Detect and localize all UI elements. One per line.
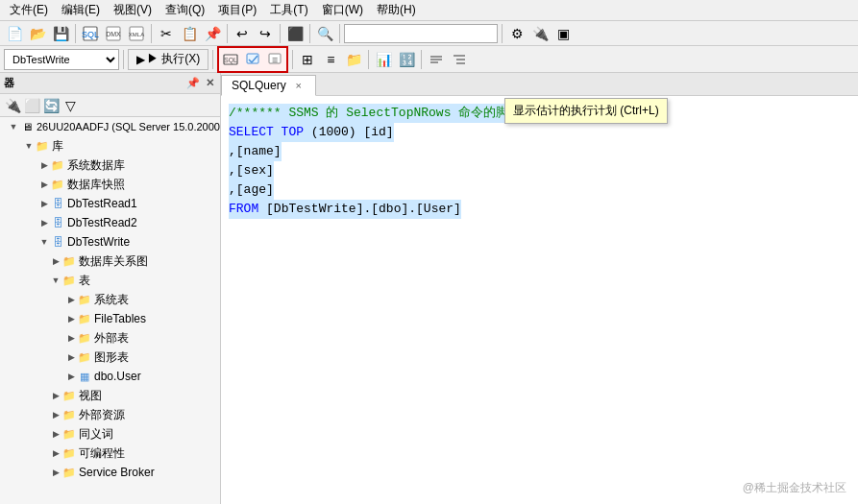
code-line-4: ,[sex] <box>229 161 850 180</box>
graph-tables-item[interactable]: ▶ 📁 图形表 <box>0 348 220 367</box>
code-name-col: ,[name] <box>229 142 282 161</box>
diagram-folder-icon: 📁 <box>61 253 77 269</box>
undo-btn[interactable]: ↩ <box>232 23 253 44</box>
expand-prog-icon: ▶ <box>50 447 61 459</box>
copy-btn[interactable]: 📋 <box>179 23 200 44</box>
code-line-6: FROM [DbTestWrite].[dbo].[User] <box>229 200 850 219</box>
tables-item[interactable]: ▼ 📁 表 <box>0 271 220 290</box>
menu-project[interactable]: 项目(P) <box>212 0 262 20</box>
code-area[interactable]: /****** SSMS 的 SelectTopNRows 命令的脚本 ****… <box>221 96 858 504</box>
disconnect-explorer-btn[interactable]: ⬜ <box>23 97 40 114</box>
menu-query[interactable]: 查询(Q) <box>159 0 210 20</box>
open-btn[interactable]: 📂 <box>27 23 48 44</box>
views-item[interactable]: ▶ 📁 视图 <box>0 386 220 405</box>
query-editor[interactable]: 显示估计的执行计划 (Ctrl+L) /****** SSMS 的 Select… <box>221 96 858 504</box>
extra-btn1[interactable]: ▣ <box>552 23 574 44</box>
service-broker-label: Service Broker <box>79 466 155 479</box>
settings-btn[interactable]: ⚙ <box>506 23 527 44</box>
expand-filetbl-icon: ▶ <box>65 313 77 324</box>
stop-btn[interactable]: ⬛ <box>284 23 306 44</box>
expand-sysdb-icon: ▶ <box>38 159 50 171</box>
redo-btn[interactable]: ↪ <box>255 23 276 44</box>
sep2 <box>151 24 152 43</box>
filter-explorer-btn[interactable]: ▽ <box>61 97 79 114</box>
expand-views-icon: ▶ <box>50 390 61 401</box>
find-btn[interactable]: 🔍 <box>314 23 335 44</box>
menu-file[interactable]: 文件(E) <box>4 0 54 20</box>
search-input[interactable] <box>344 24 498 43</box>
sysdb-folder-icon: 📁 <box>50 157 65 173</box>
dbtestwrite-item[interactable]: ▼ 🗄 DbTestWrite <box>0 232 220 252</box>
sys-tables-item[interactable]: ▶ 📁 系统表 <box>0 290 220 309</box>
external-tables-item[interactable]: ▶ 📁 外部表 <box>0 328 220 348</box>
new-file-btn[interactable]: 📄 <box>4 23 25 44</box>
close-panel-btn[interactable]: ✕ <box>204 77 216 89</box>
dbtestread1-item[interactable]: ▶ 🗄 DbTestRead1 <box>0 194 220 213</box>
code-age-col: ,[age] <box>229 180 274 200</box>
connect-btn[interactable]: 🔌 <box>529 23 551 44</box>
connect-explorer-btn[interactable]: 🔌 <box>4 97 21 114</box>
filetables-item[interactable]: ▶ 📁 FileTables <box>0 309 220 328</box>
results-to-text-btn[interactable]: ≡ <box>320 49 341 70</box>
databases-node[interactable]: ▼ 📁 库 <box>0 136 220 156</box>
code-line-5: ,[age] <box>229 180 850 200</box>
refresh-explorer-btn[interactable]: 🔄 <box>42 97 60 114</box>
include-actual-plan-btn[interactable] <box>242 49 263 70</box>
databases-folder-icon: 📁 <box>35 138 50 154</box>
graph-tables-label: 图形表 <box>94 349 129 366</box>
dbtestread2-item[interactable]: ▶ 🗄 DbTestRead2 <box>0 213 220 232</box>
menu-window[interactable]: 窗口(W) <box>316 0 369 20</box>
paste-btn[interactable]: 📌 <box>202 23 223 44</box>
code-sex-col: ,[sex] <box>229 161 274 180</box>
explorer-toolbar: 🔌 ⬜ 🔄 ▽ <box>0 94 220 117</box>
include-io-stats-btn[interactable]: 🔢 <box>396 49 417 70</box>
show-estimated-plan-btn[interactable]: ☰ <box>264 49 285 70</box>
expand-syn-icon: ▶ <box>50 428 61 440</box>
svg-text:SQL: SQL <box>224 57 237 64</box>
execute-label: ▶ 执行(X) <box>147 51 200 67</box>
tooltip-text: 显示估计的执行计划 (Ctrl+L) <box>513 104 659 117</box>
expand-snapshot-icon: ▶ <box>38 179 50 190</box>
tab-close-btn[interactable]: × <box>292 79 306 92</box>
comment-btn[interactable] <box>426 49 447 70</box>
external-tables-label: 外部表 <box>94 330 129 347</box>
new-query-btn[interactable]: SQL <box>80 23 101 44</box>
menu-help[interactable]: 帮助(H) <box>371 0 422 20</box>
sqlquery-tab[interactable]: SQLQuery × <box>221 75 316 96</box>
programmability-item[interactable]: ▶ 📁 可编程性 <box>0 444 220 463</box>
pin-btn[interactable]: 📌 <box>184 77 202 89</box>
btn-xmla[interactable]: XMLA <box>126 23 147 44</box>
results-to-grid-btn[interactable]: ⊞ <box>297 49 318 70</box>
views-folder-icon: 📁 <box>61 388 77 403</box>
service-broker-item[interactable]: ▶ 📁 Service Broker <box>0 463 220 482</box>
menu-edit[interactable]: 编辑(E) <box>56 0 106 20</box>
db-snapshot-item[interactable]: ▶ 📁 数据库快照 <box>0 175 220 194</box>
results-to-file-btn[interactable]: 📁 <box>343 49 364 70</box>
system-db-item[interactable]: ▶ 📁 系统数据库 <box>0 156 220 175</box>
filetables-label: FileTables <box>94 312 146 325</box>
tooltip-box: 显示估计的执行计划 (Ctrl+L) <box>504 98 668 124</box>
database-select[interactable]: DbTestWrite DbTestRead1 DbTestRead2 <box>4 49 119 70</box>
expand-systbl-icon: ▶ <box>65 294 77 305</box>
btn-dml[interactable]: DMX <box>103 23 124 44</box>
save-btn[interactable]: 💾 <box>50 23 71 44</box>
external-resources-item[interactable]: ▶ 📁 外部资源 <box>0 405 220 424</box>
synonyms-item[interactable]: ▶ 📁 同义词 <box>0 424 220 444</box>
menu-view[interactable]: 视图(V) <box>108 0 158 20</box>
expand-read1-icon: ▶ <box>38 198 50 209</box>
indent-btn[interactable] <box>449 49 470 70</box>
server-node[interactable]: ▼ 🖥 26UU20AADFJ (SQL Server 15.0.2000.5 <box>0 117 220 136</box>
expand-graphtbl-icon: ▶ <box>65 351 77 363</box>
menu-tools[interactable]: 工具(T) <box>264 0 313 20</box>
diagram-item[interactable]: ▶ 📁 数据库关系图 <box>0 252 220 271</box>
dbo-user-item[interactable]: ▶ ▦ dbo.User <box>0 367 220 386</box>
tab-label: SQLQuery <box>232 79 286 92</box>
execute-button[interactable]: ▶ ▶ 执行(X) <box>128 49 208 70</box>
sep11 <box>368 50 369 69</box>
cut-btn[interactable]: ✂ <box>156 23 177 44</box>
sep4 <box>280 24 281 43</box>
tab-bar: SQLQuery × <box>221 73 858 96</box>
parse-btn[interactable]: SQL <box>220 49 241 70</box>
include-client-stats-btn[interactable]: 📊 <box>373 49 394 70</box>
expand-diag-icon: ▶ <box>50 255 61 267</box>
